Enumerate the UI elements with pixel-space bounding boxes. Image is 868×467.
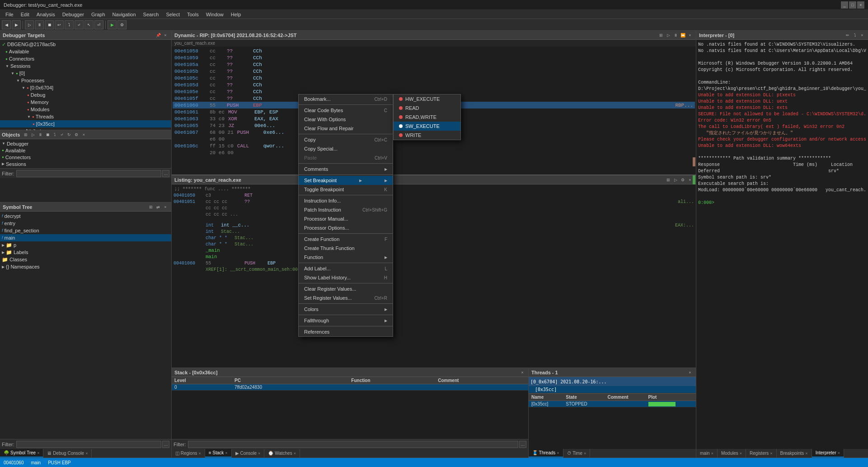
tab-rp-modules-close[interactable]: ×: [740, 451, 742, 456]
lst-btn2[interactable]: ▷: [672, 177, 679, 183]
tab-regions[interactable]: ◫ Regions ×: [172, 449, 205, 458]
tree-memory[interactable]: ● Memory: [0, 99, 171, 106]
menu-window[interactable]: Window: [202, 10, 227, 19]
target-root[interactable]: ✓ DBGENG@2178ac5b: [0, 41, 171, 48]
tab-time[interactable]: ⏱ Time ×: [563, 449, 591, 458]
tab-rp-registers[interactable]: Registers ×: [746, 449, 777, 458]
menu-navigation[interactable]: Navigation: [109, 10, 140, 19]
dyn-btn1[interactable]: ⊞: [658, 32, 664, 38]
tab-rp-main-close[interactable]: ×: [711, 451, 713, 456]
thread-row-selected[interactable]: [0x35cc]: [529, 386, 696, 393]
tab-stack-close[interactable]: ×: [225, 451, 227, 455]
interp-btn1[interactable]: ✏: [845, 32, 851, 38]
ctx-create-func[interactable]: Create Function F: [299, 235, 393, 244]
obj-btn1[interactable]: ▷: [30, 132, 36, 138]
context-menu[interactable]: Bookmark... Ctrl+D Clear Code Bytes C Cl…: [298, 94, 393, 337]
ctx-colors[interactable]: Colors: [299, 305, 393, 314]
obj-connectors[interactable]: ● Connectors: [0, 154, 171, 160]
obj-btn3[interactable]: ⏹: [44, 132, 51, 138]
tab-rp-interp-close[interactable]: ×: [838, 451, 840, 455]
ctx-proc-options[interactable]: Processor Options...: [299, 223, 393, 232]
ctx-clear-options[interactable]: Clear With Options: [299, 115, 393, 124]
menu-tools[interactable]: Tools: [183, 10, 202, 19]
lst-btn1[interactable]: ⊞: [665, 177, 671, 183]
obj-debugger[interactable]: ▼ Debugger: [0, 140, 171, 147]
tb-btn7[interactable]: ↖: [84, 20, 94, 29]
sym-namespaces[interactable]: ▶ {} Namespaces: [0, 263, 171, 270]
tb-btn5[interactable]: ⤵: [65, 20, 74, 29]
tree-connectors[interactable]: ● Connectors: [0, 55, 171, 62]
ctx-paste[interactable]: Paste Ctrl+V: [299, 153, 393, 162]
dyn-close[interactable]: ×: [687, 32, 693, 38]
panel-pin[interactable]: 📌: [155, 32, 161, 38]
close-button[interactable]: ×: [857, 1, 864, 9]
tree-thread-selected[interactable]: ● [0x35cc]: [0, 120, 171, 127]
threads-close[interactable]: ×: [687, 369, 693, 376]
maximize-button[interactable]: □: [849, 1, 856, 9]
sym-decrypt[interactable]: f decrypt: [0, 212, 171, 220]
menu-help[interactable]: Help: [227, 10, 245, 19]
stack-row[interactable]: 0 7ffd02a24830: [172, 384, 528, 391]
sym-main[interactable]: f main: [0, 234, 171, 241]
tree-processes[interactable]: ▼ Processes: [0, 77, 171, 84]
menu-search[interactable]: Search: [140, 10, 163, 19]
sym-p-folder[interactable]: ▶ 📁 p: [0, 241, 171, 249]
tb-btn1[interactable]: ▷: [25, 20, 34, 29]
objects-filter-btn[interactable]: …: [162, 170, 169, 177]
dyn-btn4[interactable]: ⏩: [680, 32, 686, 38]
ctx-instr-info[interactable]: Instruction Info...: [299, 196, 393, 205]
tab-regions-close[interactable]: ×: [198, 451, 201, 456]
stack-filter-btn[interactable]: …: [519, 441, 526, 448]
ctx-set-reg[interactable]: Set Register Values... Ctrl+R: [299, 293, 393, 302]
sym-tree-filter[interactable]: ⇄: [155, 204, 161, 210]
tree-threads[interactable]: ▼ ● Threads: [0, 113, 171, 120]
tree-debug[interactable]: ● Debug: [0, 91, 171, 99]
tab-stack[interactable]: ≡ Stack ×: [205, 449, 232, 458]
ctx-copy-special[interactable]: Copy Special...: [299, 144, 393, 153]
tab-symbol-tree[interactable]: 🌳 Symbol Tree ×: [0, 449, 43, 458]
tree-process-main[interactable]: ▼ ● [0:0x6704]: [0, 84, 171, 91]
lst-btn3[interactable]: ⚙: [680, 177, 686, 183]
minimize-button[interactable]: _: [841, 1, 848, 9]
tab-watches[interactable]: ⌚ Watches ×: [264, 449, 300, 458]
objects-filter-input[interactable]: [16, 170, 162, 177]
sym-tree-close[interactable]: ×: [162, 204, 169, 210]
sub-ctx-read[interactable]: READ: [394, 104, 460, 113]
tab-rp-breakpoints[interactable]: Breakpoints ×: [777, 449, 812, 458]
obj-btn5[interactable]: ⤶: [59, 132, 65, 138]
obj-refresh[interactable]: ↻: [66, 132, 72, 138]
tab-rp-interpreter[interactable]: Interpreter ×: [812, 449, 844, 458]
obj-btn4[interactable]: ⤵: [52, 132, 58, 138]
menu-select[interactable]: Select: [162, 10, 183, 19]
sym-find-pe-section[interactable]: f find_pe_section: [0, 227, 171, 234]
obj-available[interactable]: ● Available: [0, 147, 171, 154]
menu-analysis[interactable]: Analysis: [33, 10, 59, 19]
tab-console-close[interactable]: ×: [258, 451, 260, 456]
ctx-show-label-hist[interactable]: Show Label History... H: [299, 273, 393, 282]
tab-debug-console[interactable]: 🖥 Debug Console ×: [43, 449, 92, 458]
sym-classes[interactable]: 📁 Classes: [0, 256, 171, 263]
tab-time-close[interactable]: ×: [584, 451, 586, 456]
interp-close[interactable]: ×: [859, 32, 865, 38]
menu-graph[interactable]: Graph: [88, 10, 109, 19]
interp-btn2[interactable]: ⤵: [852, 32, 858, 38]
ctx-function[interactable]: Function: [299, 253, 393, 262]
ctx-clear-bytes[interactable]: Clear Code Bytes C: [299, 106, 393, 115]
tab-console[interactable]: ▶ Console ×: [232, 449, 265, 458]
thread-detail-row[interactable]: [0x35cc] STOPPED: [529, 401, 696, 407]
tab-close2-icon[interactable]: ×: [85, 451, 88, 456]
sub-context-menu[interactable]: HW_EXECUTE READ READ,WRITE SW_EXECUTE WR…: [393, 94, 461, 140]
tab-threads[interactable]: 🧵 Threads ×: [529, 449, 563, 458]
sym-filter-input[interactable]: [16, 441, 162, 448]
sym-labels[interactable]: ▶ 📁 Labels: [0, 249, 171, 256]
ctx-patch[interactable]: Patch Instruction Ctrl+Shift+G: [299, 205, 393, 214]
dyn-btn3[interactable]: ⏸: [672, 32, 679, 38]
sym-tree-btn1[interactable]: ⊞: [148, 204, 154, 210]
tb-btn4[interactable]: ↩: [55, 20, 64, 29]
ctx-create-thunk[interactable]: Create Thunk Function: [299, 244, 393, 253]
tb-btn2[interactable]: ⏸: [35, 20, 44, 29]
obj-settings[interactable]: ⚙: [73, 132, 80, 138]
sym-filter-btn[interactable]: …: [162, 441, 169, 448]
tb-attach[interactable]: ⚙: [117, 20, 127, 29]
panel-close[interactable]: ×: [162, 32, 169, 38]
